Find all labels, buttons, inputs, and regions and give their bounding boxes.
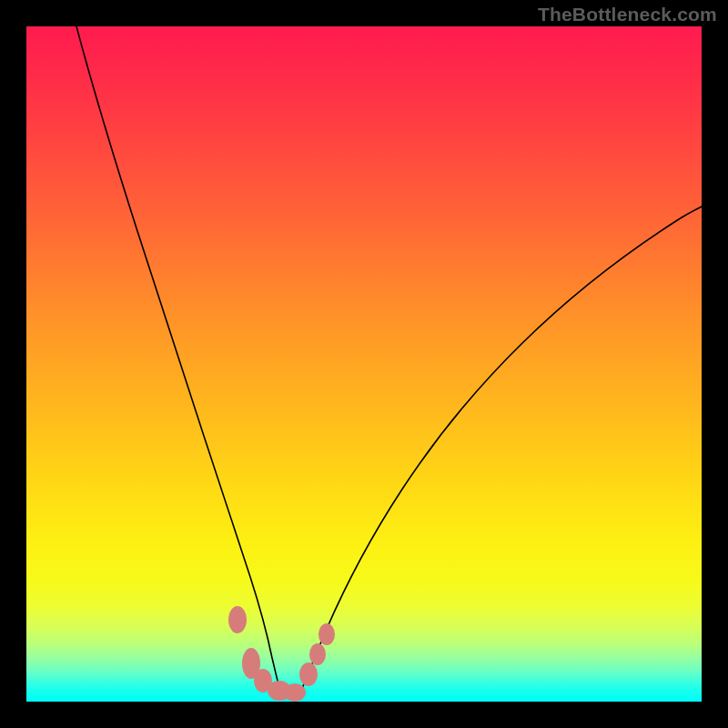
lump-dot [299,662,318,686]
curve-overlay [26,26,702,702]
watermark-text: TheBottleneck.com [538,4,717,25]
lump-dot [309,643,326,665]
left-curve [76,26,281,695]
right-curve [299,207,702,695]
plot-area [26,26,702,702]
lump-dot [284,683,306,702]
lump-dot [318,623,335,645]
chart-stage: TheBottleneck.com [0,0,728,728]
lump-cluster [228,606,335,702]
lump-dot [228,606,247,633]
